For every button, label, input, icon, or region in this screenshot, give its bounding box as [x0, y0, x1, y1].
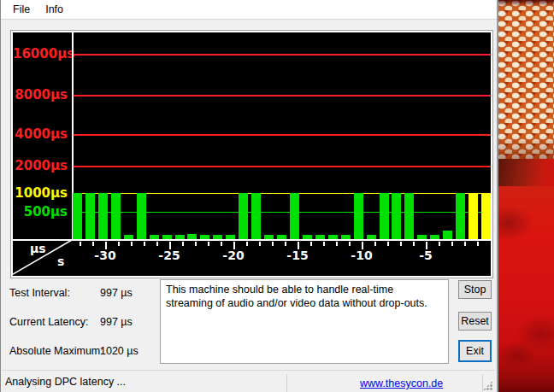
x-tick-label: -25	[155, 249, 184, 262]
x-tick	[118, 242, 120, 246]
bar	[481, 193, 491, 239]
x-tick	[451, 242, 453, 246]
bar	[85, 193, 95, 239]
gridline	[74, 134, 491, 136]
x-tick-label: -30	[91, 249, 120, 262]
gridline-label: 16000µs	[13, 47, 68, 61]
bar	[315, 235, 325, 239]
x-axis-line	[13, 239, 491, 241]
wallpaper-red-area	[498, 186, 554, 392]
bar	[226, 235, 235, 239]
x-tick	[259, 242, 261, 246]
bar	[456, 193, 465, 239]
analysis-message-box: This machine should be able to handle re…	[160, 279, 449, 364]
gridline-label: 1000µs	[13, 186, 68, 200]
menu-info[interactable]: Info	[38, 2, 71, 17]
x-tick	[477, 242, 479, 246]
latency-chart-frame: 16000µs8000µs4000µs2000µs1000µs500µs-30-…	[10, 30, 493, 278]
bar	[380, 193, 389, 239]
bar	[367, 235, 376, 239]
x-tick	[336, 242, 338, 246]
bar	[303, 235, 312, 239]
x-tick-label: -15	[283, 249, 312, 262]
bar	[251, 193, 261, 239]
x-tick	[413, 242, 415, 246]
y-unit-label: µs	[30, 242, 46, 255]
desktop-screen: File Info 16000µs8000µs4000µs2000µs1000µ…	[0, 0, 554, 392]
bar	[213, 235, 222, 239]
bar	[200, 235, 209, 239]
bar	[137, 193, 146, 239]
stop-button[interactable]: Stop	[458, 280, 492, 299]
desktop-wallpaper	[498, 0, 554, 392]
bar	[328, 235, 338, 239]
bar	[187, 234, 197, 239]
bar	[124, 235, 133, 239]
bar	[443, 231, 452, 239]
current-latency-label: Current Latency:	[9, 316, 88, 328]
x-tick-label: -20	[219, 249, 248, 262]
x-tick	[387, 242, 389, 246]
test-interval-label: Test Interval:	[9, 287, 70, 299]
status-bar: Analysing DPC latency ... www.thesycon.d…	[2, 370, 495, 392]
gridline-label: 2000µs	[13, 159, 68, 173]
status-divider	[286, 374, 287, 392]
reset-button[interactable]: Reset	[458, 312, 492, 331]
test-interval-value: 997 µs	[100, 287, 133, 299]
x-tick	[182, 242, 184, 246]
bar	[73, 193, 82, 239]
wallpaper-shading	[498, 0, 554, 167]
gridline-label: 8000µs	[13, 88, 68, 102]
resize-grip-icon[interactable]	[483, 381, 492, 390]
x-tick	[131, 242, 133, 246]
bar	[354, 193, 363, 239]
x-tick	[439, 242, 440, 246]
status-text: Analysing DPC latency ...	[5, 376, 126, 388]
x-tick	[208, 242, 209, 246]
x-tick	[310, 242, 312, 246]
x-tick	[80, 242, 81, 246]
x-unit-label: s	[57, 255, 64, 268]
bar	[469, 193, 478, 239]
bar	[392, 193, 401, 239]
current-latency-value: 997 µs	[100, 316, 133, 328]
thesycon-link[interactable]: www.thesycon.de	[360, 377, 443, 389]
gridline-label: 500µs	[13, 205, 68, 219]
wallpaper-transition	[498, 159, 554, 190]
x-tick	[285, 242, 286, 246]
gridline-label: 4000µs	[13, 127, 68, 141]
bar	[341, 235, 351, 239]
x-tick	[156, 242, 158, 246]
x-tick	[221, 242, 222, 246]
bar	[150, 235, 159, 239]
x-tick	[195, 242, 197, 246]
menu-file[interactable]: File	[5, 2, 38, 17]
x-tick	[464, 242, 466, 246]
absolute-maximum-label: Absolute Maximum:	[9, 345, 103, 357]
gridline	[74, 166, 491, 167]
x-tick	[92, 242, 94, 246]
bar	[290, 193, 299, 239]
gridline	[74, 95, 491, 97]
x-tick	[272, 242, 274, 246]
bar	[277, 235, 286, 239]
exit-button[interactable]: Exit	[458, 340, 492, 362]
menu-bar: File Info	[1, 0, 497, 20]
plot-area: 16000µs8000µs4000µs2000µs1000µs500µs-30-…	[13, 32, 491, 276]
absolute-maximum-value: 1020 µs	[100, 345, 138, 357]
x-tick-label: -5	[411, 249, 440, 262]
bar	[264, 235, 274, 239]
bar	[111, 193, 121, 239]
x-tick	[374, 242, 376, 246]
x-tick	[144, 242, 145, 246]
gridline	[74, 54, 491, 56]
x-tick-label: -10	[347, 249, 376, 262]
bar	[175, 235, 185, 239]
bar	[430, 235, 439, 239]
bar	[98, 193, 108, 239]
bar	[404, 193, 414, 239]
x-tick	[323, 242, 325, 246]
bar	[162, 235, 172, 239]
status-divider	[482, 374, 483, 392]
x-tick	[400, 242, 402, 246]
